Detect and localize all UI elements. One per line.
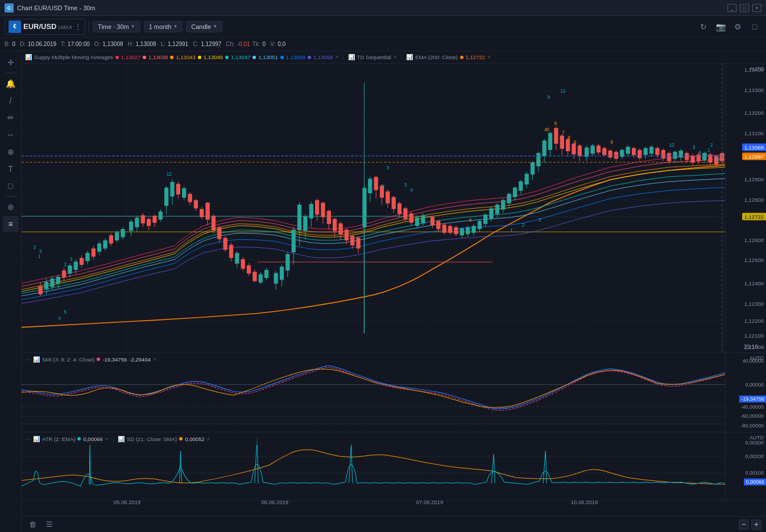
pen-tool[interactable]: ✏ — [3, 110, 19, 126]
guppy-close-button[interactable]: × — [335, 54, 338, 60]
atr-value: 0,00066 — [83, 436, 102, 442]
svg-rect-116 — [304, 217, 307, 230]
svg-rect-222 — [626, 147, 630, 153]
svg-rect-196 — [548, 134, 552, 150]
smi-chart-area[interactable]: ··· 📊 SMI (3: 8: 2: 4: Close) -19,34756 … — [22, 353, 725, 432]
main-chart-svg: 1 2 3 4 5 2 3 1 12 3 2 3 4 9 1 — [22, 64, 725, 352]
svg-rect-212 — [597, 146, 600, 152]
ema-close-button[interactable]: × — [487, 54, 491, 60]
window-title: Chart EUR/USD Time - 30m — [17, 5, 96, 11]
guppy-dot-3 — [170, 56, 173, 59]
fullscreen-button[interactable]: □ — [748, 20, 761, 34]
svg-text:3: 3 — [70, 256, 73, 262]
indicator-panel-tool[interactable]: ≡ — [3, 216, 19, 232]
svg-rect-204 — [572, 144, 575, 154]
svg-rect-202 — [566, 140, 570, 151]
svg-rect-160 — [442, 225, 446, 232]
zoom-in-button[interactable]: + — [751, 519, 761, 530]
svg-text:4: 4 — [698, 149, 701, 155]
svg-rect-59 — [141, 215, 144, 223]
svg-rect-45 — [98, 244, 101, 251]
zoom-out-button[interactable]: − — [739, 519, 749, 530]
svg-text:4: 4 — [58, 315, 61, 321]
svg-text:1: 1 — [510, 227, 513, 233]
svg-rect-63 — [153, 216, 156, 222]
atr-chart-area[interactable]: ··· 📊 ATR (2: EMA) 0,00066 × | 📊 SD (21:… — [22, 433, 725, 500]
svg-rect-156 — [430, 218, 434, 225]
delete-button[interactable]: 🗑 — [26, 518, 39, 531]
svg-rect-244 — [691, 156, 694, 162]
svg-rect-184 — [513, 188, 516, 197]
text-tool[interactable]: T — [3, 161, 19, 177]
minimize-button[interactable]: _ — [727, 4, 736, 12]
crosshair-tool[interactable]: ✛ — [3, 55, 19, 70]
svg-text:8: 8 — [568, 134, 571, 140]
h-label: H: — [128, 41, 134, 47]
svg-rect-97 — [253, 272, 256, 281]
close-button[interactable]: × — [752, 4, 761, 12]
zoom-tool[interactable]: ⊕ — [3, 144, 19, 160]
ema-price-label: 1,12722 — [742, 213, 766, 221]
ema-name: EMA (200: Close) — [415, 54, 457, 60]
svg-rect-194 — [543, 141, 546, 156]
trend-line-tool[interactable]: / — [3, 93, 19, 109]
svg-rect-113 — [362, 188, 366, 227]
svg-rect-132 — [351, 236, 354, 245]
screenshot-button[interactable]: 📷 — [714, 20, 727, 34]
chart-type-selector[interactable]: Candle ▼ — [186, 21, 222, 32]
time-label-3: 07.06.2019 — [416, 499, 444, 505]
c-value: 1,12997 — [201, 41, 221, 47]
main-area: ✛ 🔔 / ✏ ↔ ⊕ T □ ⊛ ≡ 📊 Guppy Multiple Mov… — [0, 51, 766, 532]
svg-rect-103 — [274, 273, 278, 284]
rectangle-tool[interactable]: □ — [3, 178, 19, 194]
svg-rect-93 — [241, 260, 245, 268]
settings-icon[interactable]: ⚙ — [731, 20, 744, 34]
svg-text:7: 7 — [562, 129, 565, 135]
svg-rect-109 — [292, 230, 295, 252]
ema-value: 1,12722 — [466, 54, 485, 60]
svg-rect-238 — [673, 152, 677, 159]
svg-text:6: 6 — [554, 120, 557, 126]
l-value: 1,12991 — [168, 41, 188, 47]
app-icon: C — [5, 3, 14, 13]
td-close-button[interactable]: × — [394, 54, 397, 60]
guppy-val-1: 1,13027 — [121, 54, 140, 60]
measure-tool[interactable]: ↔ — [3, 127, 19, 143]
smi-level-5: -80,00000 — [740, 423, 764, 429]
svg-rect-83 — [212, 216, 215, 230]
timeframe-selector[interactable]: Time · 30m ▼ — [93, 21, 140, 32]
svg-rect-176 — [490, 209, 493, 219]
td-indicator-icon: 📊 — [348, 54, 355, 60]
svg-rect-164 — [454, 227, 458, 234]
svg-rect-224 — [632, 148, 635, 155]
objects-list-button[interactable]: ☰ — [43, 518, 56, 531]
maximize-button[interactable]: □ — [740, 4, 749, 12]
sd-close-button[interactable]: × — [207, 436, 210, 442]
time-label-2: 06.06.2019 — [262, 499, 289, 505]
b-label: B: — [5, 41, 10, 47]
svg-text:9: 9 — [610, 139, 613, 145]
svg-rect-99 — [259, 275, 262, 282]
atr-close-button[interactable]: × — [105, 436, 109, 442]
guppy-val-4: 1,13045 — [204, 54, 223, 60]
alert-tool[interactable]: 🔔 — [3, 76, 19, 92]
symbol-selector[interactable]: € EUR/USD LMAX ⋮ — [5, 19, 85, 35]
svg-rect-128 — [339, 224, 342, 234]
chart-area: 📊 Guppy Multiple Moving Averages 1,13027… — [22, 51, 766, 532]
v-label: V: — [270, 41, 275, 47]
toolbar: € EUR/USD LMAX ⋮ Time · 30m ▼ 1 month ▼ … — [0, 16, 766, 38]
symbol-icon: € — [9, 20, 21, 33]
svg-rect-166 — [460, 228, 463, 235]
svg-rect-150 — [409, 214, 413, 222]
smi-close-button[interactable]: × — [153, 356, 156, 363]
svg-rect-178 — [495, 205, 499, 213]
indicator-separator-1: | — [342, 54, 343, 60]
refresh-button[interactable]: ↻ — [697, 20, 710, 34]
magnet-tool[interactable]: ⊛ — [3, 199, 19, 215]
svg-rect-210 — [591, 146, 594, 153]
svg-text:2: 2 — [34, 244, 36, 250]
svg-rect-107 — [286, 255, 289, 271]
main-chart-canvas[interactable]: 1 2 3 4 5 2 3 1 12 3 2 3 4 9 1 — [22, 64, 725, 352]
period-selector[interactable]: 1 month ▼ — [144, 21, 183, 32]
smi-name: SMI (3: 8: 2: 4: Close) — [42, 356, 94, 363]
